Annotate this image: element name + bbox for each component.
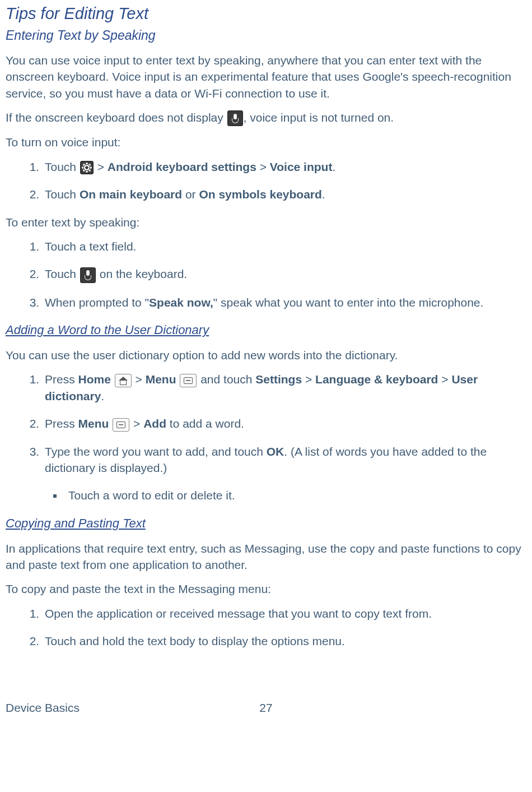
text: Touch: [45, 267, 80, 280]
text: >: [136, 373, 146, 386]
text: >: [256, 160, 270, 173]
text: If the onscreen keyboard does not displa…: [6, 111, 227, 124]
list-item: Touch On main keyboard or On symbols key…: [43, 186, 526, 202]
heading-entering-text: Entering Text by Speaking: [6, 26, 526, 44]
text: >: [94, 160, 108, 173]
text: , voice input is not turned on.: [244, 111, 394, 124]
list-item: Touch > Android keyboard settings > Voic…: [43, 159, 526, 175]
settings-gear-icon: [80, 161, 94, 174]
list-item: Press Menu > Add to add a word.: [43, 415, 526, 432]
text: .: [322, 188, 325, 201]
ordered-list: Press Home > Menu and touch Settings > L…: [6, 371, 526, 476]
text-bold: Menu: [146, 373, 176, 386]
text-bold: OK: [267, 445, 284, 458]
list-item: Touch a word to edit or delete it.: [64, 487, 526, 503]
list-item: When prompted to "Speak now," speak what…: [43, 294, 526, 311]
paragraph: In applications that require text entry,…: [6, 540, 526, 573]
paragraph: If the onscreen keyboard does not displa…: [6, 109, 526, 126]
paragraph: To enter text by speaking:: [6, 214, 526, 230]
text: .: [101, 390, 104, 402]
text-bold: Add: [143, 417, 166, 430]
text: Press: [45, 417, 78, 430]
text: >: [438, 373, 451, 386]
text: and touch: [200, 373, 255, 386]
text: to add a word.: [166, 417, 244, 430]
heading-adding-word[interactable]: Adding a Word to the User Dictionary: [6, 322, 526, 339]
text-bold: Menu: [78, 417, 109, 430]
text: .: [332, 160, 335, 173]
list-item: Touch on the keyboard.: [43, 266, 526, 282]
text-bold: Language & keyboard: [315, 373, 438, 386]
text-bold: On main keyboard: [80, 188, 182, 201]
text: on the keyboard.: [96, 267, 187, 280]
menu-icon: [180, 374, 197, 387]
list-item: Touch and hold the text body to display …: [43, 633, 526, 649]
paragraph: You can use voice input to enter text by…: [6, 52, 526, 101]
text-bold: Voice input: [270, 160, 333, 173]
text: Touch: [45, 160, 80, 173]
text: Touch: [45, 188, 80, 201]
list-item: Touch a text field.: [43, 238, 526, 254]
text: " speak what you want to enter into the …: [213, 296, 484, 309]
footer-section: Device Basics: [6, 700, 80, 716]
paragraph: To turn on voice input:: [6, 134, 526, 150]
text: >: [302, 373, 315, 386]
microphone-icon: [80, 267, 96, 283]
text-bold: Home: [78, 373, 111, 386]
menu-icon: [113, 418, 129, 432]
ordered-list: Touch > Android keyboard settings > Voic…: [6, 159, 526, 203]
list-item: Type the word you want to add, and touch…: [43, 443, 526, 476]
text: >: [133, 417, 143, 430]
heading-tips-editing: Tips for Editing Text: [6, 2, 526, 25]
text-bold: Speak now,: [149, 296, 213, 309]
ordered-list: Open the application or received message…: [6, 605, 526, 650]
text: When prompted to ": [45, 296, 149, 309]
bullet-list: Touch a word to edit or delete it.: [6, 487, 526, 503]
text: Type the word you want to add, and touch: [45, 445, 267, 458]
microphone-icon: [227, 110, 243, 126]
heading-copying-pasting[interactable]: Copying and Pasting Text: [6, 515, 526, 532]
paragraph: To copy and paste the text in the Messag…: [6, 581, 526, 597]
home-icon: [115, 374, 132, 387]
text-bold: On symbols keyboard: [199, 188, 321, 201]
footer-page-number: 27: [259, 700, 272, 716]
text: Press: [45, 373, 78, 386]
ordered-list: Touch a text field. Touch on the keyboar…: [6, 238, 526, 311]
list-item: Press Home > Menu and touch Settings > L…: [43, 371, 526, 404]
text-bold: Android keyboard settings: [108, 160, 256, 173]
list-item: Open the application or received message…: [43, 605, 526, 622]
text-bold: Settings: [255, 373, 302, 386]
paragraph: You can use the user dictionary option t…: [6, 347, 526, 363]
text: or: [182, 188, 199, 201]
